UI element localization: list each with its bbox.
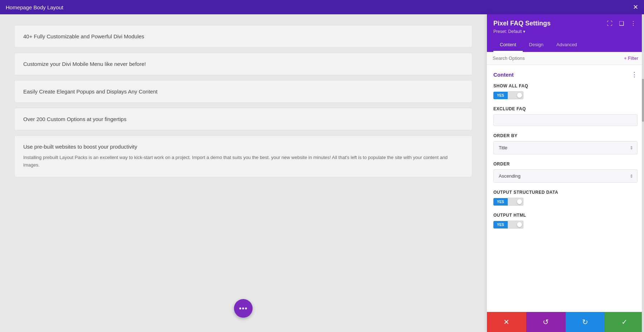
panel-header-top: Pixel FAQ Settings ⛶ ❑ ⋮	[493, 19, 638, 28]
faq-item-title: Over 200 Custom Options at your fingerti…	[23, 116, 463, 122]
order-by-label: Order By	[493, 133, 638, 138]
save-button[interactable]: ✓	[605, 312, 644, 332]
exclude-faq-input[interactable]	[493, 114, 638, 126]
main-content: 40+ Fully Customizable and Powerful Divi…	[0, 14, 644, 332]
save-icon: ✓	[621, 318, 628, 326]
faq-item-title: Customize your Divi Mobile Menu like nev…	[23, 61, 463, 67]
output-html-switch[interactable]	[508, 221, 523, 228]
redo-button[interactable]: ↻	[566, 312, 605, 332]
fullscreen-icon: ⛶	[607, 20, 613, 27]
more-icon: ⋮	[630, 20, 636, 27]
faq-item[interactable]: Customize your Divi Mobile Menu like nev…	[14, 53, 472, 75]
undo-button[interactable]: ↺	[526, 312, 566, 332]
panel-header-icons: ⛶ ❑ ⋮	[605, 19, 638, 28]
fullscreen-icon-button[interactable]: ⛶	[605, 20, 614, 28]
panel-tabs: Content Design Advanced	[487, 38, 644, 52]
tab-design[interactable]: Design	[523, 38, 550, 52]
section-more-button[interactable]: ⋮	[631, 71, 638, 78]
close-button[interactable]: ✕	[633, 4, 638, 10]
undo-icon: ↺	[543, 318, 549, 326]
page-area: 40+ Fully Customizable and Powerful Divi…	[0, 14, 487, 332]
toggle-yes-label: YES	[493, 92, 508, 99]
cancel-button[interactable]: ✕	[487, 312, 526, 332]
layout-icon-button[interactable]: ❑	[618, 19, 625, 28]
output-structured-yes-label: YES	[493, 198, 508, 206]
output-html-label: Output HTML	[493, 213, 638, 218]
output-structured-data-toggle[interactable]: YES	[493, 198, 638, 206]
tab-advanced[interactable]: Advanced	[550, 38, 584, 52]
output-structured-switch[interactable]	[508, 198, 523, 206]
faq-item[interactable]: 40+ Fully Customizable and Powerful Divi…	[14, 25, 472, 48]
show-all-faq-label: Show All FAQ	[493, 83, 638, 88]
exclude-faq-row: Exclude FAQ	[493, 106, 638, 126]
fab-icon: •••	[239, 304, 248, 313]
section-title: Content	[493, 72, 514, 78]
panel-preset[interactable]: Preset: Default ▾	[493, 29, 638, 34]
section-header: Content ⋮	[493, 71, 638, 78]
output-structured-data-row: Output Structured Data YES	[493, 190, 638, 206]
order-select[interactable]: Ascending Descending	[493, 169, 638, 183]
action-bar: ✕ ↺ ↻ ✓	[487, 312, 644, 332]
output-structured-data-label: Output Structured Data	[493, 190, 638, 195]
search-bar: + Filter	[487, 52, 644, 65]
filter-button[interactable]: + Filter	[624, 56, 638, 61]
output-html-toggle[interactable]: YES	[493, 221, 638, 228]
layout-icon: ❑	[619, 20, 624, 27]
faq-item-body: Installing prebuilt Layout Packs is an e…	[23, 154, 463, 169]
scroll-thumb[interactable]	[642, 79, 644, 122]
order-row: Order Ascending Descending ⇕	[493, 162, 638, 183]
faq-item-title: Use pre-built websites to boost your pro…	[23, 144, 463, 150]
panel-header: Pixel FAQ Settings ⛶ ❑ ⋮ Preset: Default…	[487, 14, 644, 38]
panel-body: Content ⋮ Show All FAQ YES Exclude FAQ O…	[487, 65, 644, 312]
fab-button[interactable]: •••	[234, 299, 253, 318]
settings-panel: Pixel FAQ Settings ⛶ ❑ ⋮ Preset: Default…	[487, 14, 644, 332]
faq-item[interactable]: Easily Create Elegant Popups and Display…	[14, 80, 472, 103]
page-title: Homepage Body Layout	[6, 4, 63, 10]
output-html-row: Output HTML YES	[493, 213, 638, 228]
order-by-select[interactable]: Title Date ID Name	[493, 141, 638, 154]
exclude-faq-label: Exclude FAQ	[493, 106, 638, 111]
redo-icon: ↻	[582, 318, 588, 326]
show-all-faq-row: Show All FAQ YES	[493, 83, 638, 99]
faq-item-title: Easily Create Elegant Popups and Display…	[23, 88, 463, 95]
top-bar: Homepage Body Layout ✕	[0, 0, 644, 14]
faq-item[interactable]: Use pre-built websites to boost your pro…	[14, 135, 472, 177]
faq-item-title: 40+ Fully Customizable and Powerful Divi…	[23, 33, 463, 39]
faq-container: 40+ Fully Customizable and Powerful Divi…	[14, 25, 472, 177]
toggle-switch[interactable]	[508, 91, 523, 99]
cancel-icon: ✕	[503, 318, 509, 326]
more-icon-button[interactable]: ⋮	[629, 19, 638, 28]
order-label: Order	[493, 162, 638, 167]
order-by-row: Order By Title Date ID Name ⇕	[493, 133, 638, 154]
scroll-indicator	[642, 14, 644, 332]
search-input[interactable]	[493, 56, 624, 61]
faq-item[interactable]: Over 200 Custom Options at your fingerti…	[14, 108, 472, 130]
show-all-faq-toggle[interactable]: YES	[493, 91, 638, 99]
panel-title: Pixel FAQ Settings	[493, 20, 551, 27]
order-select-wrap: Ascending Descending ⇕	[493, 169, 638, 183]
output-html-yes-label: YES	[493, 221, 508, 228]
tab-content[interactable]: Content	[493, 38, 523, 52]
order-by-select-wrap: Title Date ID Name ⇕	[493, 141, 638, 154]
